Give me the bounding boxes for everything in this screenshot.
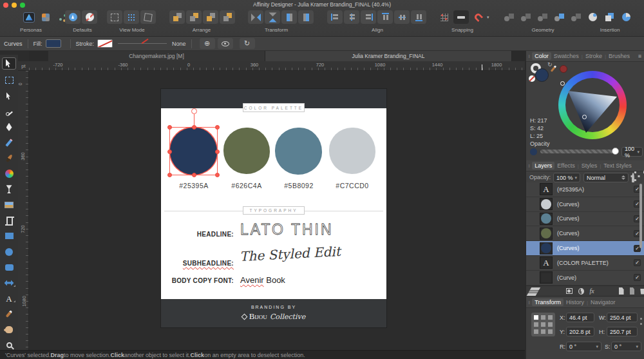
move-to-back-button[interactable] <box>220 10 235 24</box>
layer-row-7[interactable]: (Curve) ✓ <box>526 271 644 286</box>
tab-swatches[interactable]: Swatches <box>551 52 582 60</box>
view-pixels-button[interactable] <box>124 10 139 24</box>
layer-effects-icon[interactable]: fx <box>590 287 594 295</box>
move-tool[interactable] <box>2 57 16 70</box>
rotation-dropdown[interactable]: 0 °▾ <box>566 342 601 351</box>
layer-visibility-checkbox[interactable]: ✓ <box>634 274 641 281</box>
panel-menu-icon[interactable]: ≡ <box>638 53 641 59</box>
geometry-divide-button[interactable] <box>551 10 567 24</box>
blend-mode-dropdown[interactable]: Normal <box>583 173 629 182</box>
canvas[interactable]: COLOR PALETTE #25395A #626C4A #5B8092 #C… <box>29 71 525 350</box>
h-field[interactable]: 250.7 pt <box>607 327 638 336</box>
tab-changemakers[interactable]: Changemakers.jpg [M] <box>48 51 265 61</box>
selection-handle-se[interactable] <box>215 173 220 177</box>
tab-effects[interactable]: Effects <box>554 162 577 170</box>
view-tool[interactable] <box>2 325 16 335</box>
opacity-value-dropdown[interactable]: 100 %▾ <box>621 147 643 157</box>
layer-visibility-checkbox[interactable]: ✓ <box>634 259 641 266</box>
tab-stroke[interactable]: Stroke <box>583 52 605 60</box>
fill-tool[interactable] <box>2 169 16 179</box>
delete-layer-icon[interactable] <box>640 288 644 295</box>
align-left-button[interactable] <box>327 10 343 24</box>
selection-handle-nw[interactable] <box>167 125 172 130</box>
brush-tool[interactable] <box>2 153 16 163</box>
transform-origin-button[interactable]: ⊕ <box>200 38 215 49</box>
layer-row-1[interactable]: A (#25395A) ✓ <box>526 182 644 197</box>
tab-color[interactable]: Color <box>532 52 551 60</box>
synchronise-defaults-button[interactable] <box>65 10 80 24</box>
arrow-tool[interactable] <box>2 278 16 288</box>
tab-navigator[interactable]: Navigator <box>588 298 618 306</box>
fill-color-well[interactable] <box>535 68 549 82</box>
x-field[interactable]: 46.4 pt <box>566 313 594 322</box>
snapping-grid-button[interactable] <box>437 10 452 24</box>
colour-picker-tool[interactable] <box>2 309 16 319</box>
add-pixel-layer-icon[interactable] <box>630 287 635 295</box>
rectangle-tool[interactable] <box>2 231 16 241</box>
geometry-combine-button[interactable] <box>568 10 583 24</box>
selection-bounding-box[interactable] <box>169 127 218 175</box>
ruler-unit[interactable]: pt <box>18 61 29 71</box>
hue-marker[interactable] <box>560 81 565 86</box>
rotation-handle[interactable] <box>191 108 197 114</box>
horizontal-ruler[interactable]: -720 -360 0 360 720 1080 1440 1800 <box>29 61 525 71</box>
body-copy-value[interactable]: Avenir Book <box>240 275 285 285</box>
selection-handle-s[interactable] <box>192 173 196 177</box>
opacity-slider[interactable] <box>540 150 616 153</box>
flip-horizontal-button[interactable] <box>248 10 263 24</box>
view-outline-button[interactable] <box>107 10 122 24</box>
mask-layer-icon[interactable] <box>566 288 573 294</box>
palette-circle-3[interactable] <box>275 128 322 175</box>
insert-on-top-button[interactable] <box>601 10 617 24</box>
snapping-toggle-button[interactable] <box>470 10 486 24</box>
pixel-persona-button[interactable] <box>38 10 53 24</box>
designer-persona-button[interactable] <box>21 10 37 24</box>
link-wh-icon[interactable] <box>640 318 642 320</box>
selection-handle-n[interactable] <box>192 125 196 130</box>
edit-all-layers-icon[interactable] <box>531 287 538 295</box>
tab-julia-kramer-branding[interactable]: Julia Kramer Branding_FINAL <box>265 51 512 61</box>
selection-handle-e[interactable] <box>215 150 220 154</box>
tab-styles[interactable]: Styles <box>579 162 600 170</box>
selection-handle-sw[interactable] <box>167 173 172 177</box>
insert-inside-button[interactable] <box>585 10 600 24</box>
node-tool[interactable] <box>2 91 16 101</box>
transparency-tool[interactable] <box>2 184 16 194</box>
adjustment-layer-icon[interactable] <box>578 288 584 295</box>
palette-circle-4[interactable] <box>329 128 375 174</box>
insert-behind-button[interactable] <box>618 10 634 24</box>
add-layer-icon[interactable] <box>619 287 624 295</box>
align-middle-button[interactable] <box>394 10 410 24</box>
pen-tool[interactable] <box>2 122 16 132</box>
rotate-cw-button[interactable] <box>298 10 314 24</box>
tab-layers[interactable]: Layers <box>532 162 554 170</box>
move-backward-button[interactable] <box>203 10 218 24</box>
opacity-slider-knob[interactable] <box>612 148 619 155</box>
revert-defaults-button[interactable] <box>82 10 97 24</box>
geometry-add-button[interactable] <box>501 10 516 24</box>
align-center-button[interactable] <box>344 10 359 24</box>
tab-history[interactable]: History <box>564 298 587 306</box>
layer-row-6[interactable]: A (COLOR PALETTE) ✓ <box>526 256 644 271</box>
rounded-rectangle-tool[interactable] <box>2 262 16 272</box>
hide-selection-button[interactable] <box>218 38 233 49</box>
zoom-tool[interactable] <box>2 340 16 350</box>
point-transform-tool[interactable] <box>2 107 16 117</box>
layer-row-2[interactable]: (Curves) ✓ <box>526 197 644 212</box>
w-field[interactable]: 250.4 pt <box>607 313 638 322</box>
layer-row-4[interactable]: (Curves) ✓ <box>526 226 644 241</box>
anchor-point-selector[interactable] <box>531 313 555 336</box>
vector-crop-tool[interactable] <box>2 216 16 226</box>
place-image-tool[interactable] <box>2 200 16 210</box>
layer-row-3[interactable]: (Curves) ✓ <box>526 212 644 227</box>
layers-scrollbar[interactable] <box>639 184 642 248</box>
geometry-intersect-button[interactable] <box>535 10 550 24</box>
fill-swatch[interactable] <box>46 39 61 48</box>
saturation-marker[interactable] <box>582 115 587 119</box>
align-right-button[interactable] <box>361 10 376 24</box>
selection-handle-w[interactable] <box>167 150 172 154</box>
flip-vertical-button[interactable] <box>265 10 280 24</box>
tab-transform[interactable]: Transform <box>532 298 564 306</box>
y-field[interactable]: 202.8 pt <box>566 327 594 336</box>
view-retina-button[interactable] <box>140 10 156 24</box>
